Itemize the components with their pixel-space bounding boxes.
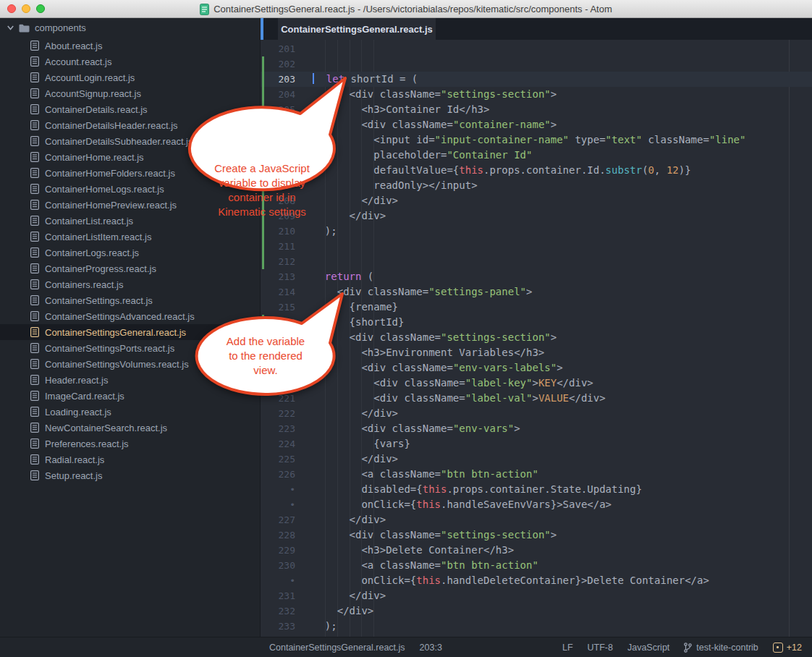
tree-folder-components[interactable]: components xyxy=(0,18,260,38)
file-icon xyxy=(30,200,39,210)
code-line[interactable]: 223 <div className="env-vars"> xyxy=(261,421,812,436)
code-line[interactable]: 226 <a className="btn btn-action" xyxy=(261,467,812,482)
code-line[interactable]: 228 <div className="settings-section"> xyxy=(261,527,812,543)
tree-file-item[interactable]: Loading.react.js xyxy=(0,404,260,420)
code-line[interactable]: 224 {vars} xyxy=(261,436,812,452)
status-grammar[interactable]: JavaScript xyxy=(627,643,669,653)
line-number-gutter[interactable]: 225 xyxy=(261,452,305,467)
line-number-gutter[interactable]: 223 xyxy=(261,421,305,436)
code-line-text: {rename} xyxy=(305,300,812,315)
chevron-down-icon[interactable] xyxy=(7,25,14,30)
code-line[interactable]: 230 <a className="btn btn-action" xyxy=(261,558,812,573)
tree-file-item[interactable]: ContainerListItem.react.js xyxy=(0,229,260,245)
tree-file-item[interactable]: NewContainerSearch.react.js xyxy=(0,420,260,436)
line-number-gutter[interactable]: 231 xyxy=(261,588,305,603)
code-line-text: <div className="env-vars"> xyxy=(305,421,812,436)
file-icon xyxy=(30,263,39,274)
code-line[interactable]: 208 </div> xyxy=(261,193,812,208)
line-number-gutter[interactable]: 212 xyxy=(261,254,305,269)
status-file-name[interactable]: ContainerSettingsGeneral.react.js xyxy=(269,643,405,653)
line-number: 213 xyxy=(279,271,295,282)
tree-file-item[interactable]: About.react.js xyxy=(0,38,260,54)
line-number-gutter[interactable]: 229 xyxy=(261,543,305,558)
code-line[interactable]: • disabled={this.props.container.State.U… xyxy=(261,482,812,497)
git-branch-icon xyxy=(684,643,692,653)
code-line[interactable]: 209 </div> xyxy=(261,208,812,224)
code-line-text: <div className="container-name"> xyxy=(305,117,812,132)
line-number: 202 xyxy=(279,59,295,69)
code-line[interactable]: 212 xyxy=(261,254,812,269)
code-line[interactable]: 211 xyxy=(261,239,812,254)
line-number-gutter[interactable]: 224 xyxy=(261,436,305,452)
line-number-gutter[interactable]: 233 xyxy=(261,619,305,634)
tree-file-item[interactable]: Radial.react.js xyxy=(0,452,260,467)
code-line[interactable]: 213 return ( xyxy=(261,269,812,284)
code-line-text: <a className="btn btn-action" xyxy=(305,558,812,573)
tree-file-item[interactable]: Setup.react.js xyxy=(0,467,260,483)
line-number: 231 xyxy=(279,590,295,601)
file-name: ContainerHome.react.js xyxy=(45,152,144,163)
file-name: Account.react.js xyxy=(45,56,112,67)
line-number: 211 xyxy=(279,241,295,252)
file-name: Loading.react.js xyxy=(45,407,111,417)
file-icon xyxy=(30,295,39,305)
code-line[interactable]: • onClick={this.handleDeleteContainer}>D… xyxy=(261,573,812,588)
line-number-gutter[interactable]: 226 xyxy=(261,467,305,482)
file-icon xyxy=(30,407,39,417)
file-name: ContainerSettingsAdvanced.react.js xyxy=(45,311,195,322)
line-number: • xyxy=(289,484,295,495)
line-number: 224 xyxy=(279,438,295,449)
code-line[interactable]: 201 xyxy=(261,41,812,56)
file-icon xyxy=(30,470,39,480)
line-number-gutter[interactable]: 232 xyxy=(261,603,305,619)
code-line[interactable]: 222 </div> xyxy=(261,406,812,421)
code-line[interactable]: 210 ); xyxy=(261,224,812,239)
code-line[interactable]: 227 </div> xyxy=(261,512,812,527)
line-number-gutter[interactable]: • xyxy=(261,573,305,588)
code-line[interactable]: 229 <h3>Delete Container</h3> xyxy=(261,543,812,558)
code-line[interactable]: 232 </div> xyxy=(261,603,812,619)
line-number-gutter[interactable]: 228 xyxy=(261,527,305,543)
tab-containersettingsgeneral[interactable]: ContainerSettingsGeneral.react.js xyxy=(278,18,436,40)
code-line-text: <div className="settings-section"> xyxy=(305,330,812,345)
line-number-gutter[interactable]: • xyxy=(261,482,305,497)
file-name: Preferences.react.js xyxy=(45,438,129,449)
status-encoding[interactable]: UTF-8 xyxy=(588,643,613,653)
status-line-ending[interactable]: LF xyxy=(562,643,573,653)
line-number-gutter[interactable]: 213 xyxy=(261,269,305,284)
line-number: • xyxy=(289,575,295,586)
status-cursor-position[interactable]: 203:3 xyxy=(420,643,442,653)
code-line-text: <a className="btn btn-action" xyxy=(305,467,812,482)
line-number-gutter[interactable]: 227 xyxy=(261,512,305,527)
line-number-gutter[interactable]: 210 xyxy=(261,224,305,239)
status-git-diff[interactable]: +12 xyxy=(773,643,802,653)
tree-file-item[interactable]: Preferences.react.js xyxy=(0,436,260,452)
code-line-text: </div> xyxy=(305,512,812,527)
line-number-gutter[interactable]: 211 xyxy=(261,239,305,254)
status-git-branch[interactable]: test-kite-contrib xyxy=(684,643,758,653)
code-line[interactable]: 233 ); xyxy=(261,619,812,634)
code-line-text: ); xyxy=(305,224,812,239)
folder-name: components xyxy=(35,22,86,33)
line-number-gutter[interactable]: 230 xyxy=(261,558,305,573)
file-icon xyxy=(30,120,39,130)
tree-file-item[interactable]: ContainerProgress.react.js xyxy=(0,260,260,276)
file-name: ContainerDetailsSubheader.react.js xyxy=(45,136,193,147)
code-line[interactable]: 202 xyxy=(261,56,812,72)
code-line-text: <h3>Delete Container</h3> xyxy=(305,543,812,558)
line-number-gutter[interactable]: 201 xyxy=(261,41,305,56)
code-line[interactable]: • onClick={this.handleSaveEnvVars}>Save<… xyxy=(261,497,812,512)
tree-file-item[interactable]: ContainerLogs.react.js xyxy=(0,245,260,260)
code-line[interactable]: 231 </div> xyxy=(261,588,812,603)
line-number-gutter[interactable]: 222 xyxy=(261,406,305,421)
code-line[interactable]: 225 </div> xyxy=(261,452,812,467)
file-name: ContainerSettingsGeneral.react.js xyxy=(45,327,186,338)
annotation-bubble-add-variable: Add the variableto the renderedview. xyxy=(190,284,352,399)
file-name: ContainerListItem.react.js xyxy=(45,232,151,242)
line-number-gutter[interactable]: • xyxy=(261,497,305,512)
code-line-text: ); xyxy=(305,619,812,634)
file-icon xyxy=(30,375,39,385)
tree-file-item[interactable]: Account.react.js xyxy=(0,54,260,69)
file-name: ContainerDetails.react.js xyxy=(45,104,148,115)
line-number-gutter[interactable]: 202 xyxy=(261,56,305,72)
